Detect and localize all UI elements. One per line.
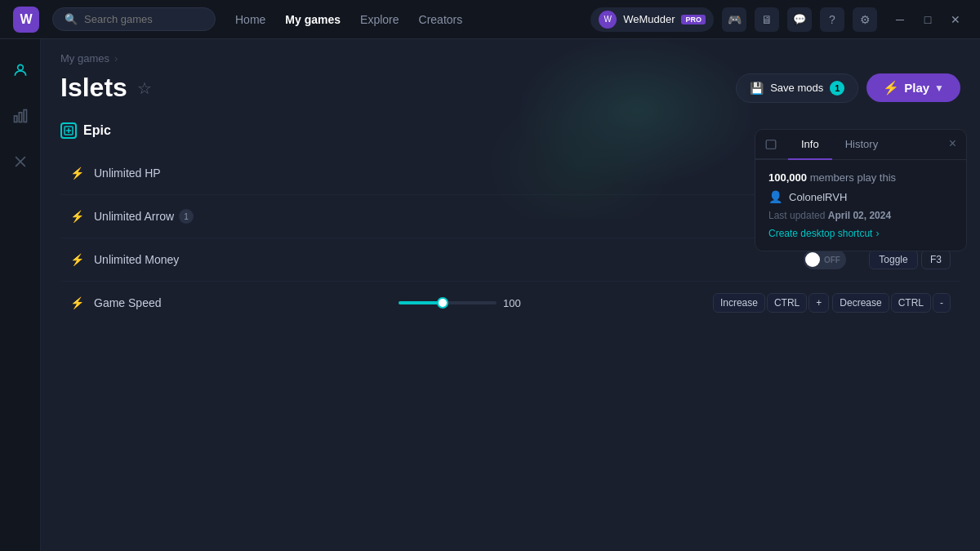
epic-icon [60, 122, 77, 139]
user-badge[interactable]: W WeMudder PRO [590, 7, 714, 32]
game-title: Islets [60, 73, 127, 103]
shortcut-label: Create desktop shortcut [768, 228, 872, 239]
breadcrumb: My games › [60, 52, 960, 64]
game-title-row: Islets ☆ 💾 Save mods 1 ⚡ Play ▼ [60, 73, 960, 103]
username-label: WeMudder [623, 13, 675, 25]
info-panel-close-button[interactable]: × [939, 130, 966, 159]
discord-icon-btn[interactable]: 💬 [787, 7, 812, 32]
maximize-button[interactable]: □ [916, 8, 939, 31]
play-chevron-icon: ▼ [934, 82, 944, 94]
svg-rect-2 [19, 113, 21, 122]
members-stat: 100,000 members play this [768, 171, 953, 184]
user-profile-icon: 👤 [768, 190, 782, 203]
save-icon: 💾 [750, 82, 764, 95]
increase-button[interactable]: Increase [713, 293, 765, 313]
play-button[interactable]: ⚡ Play ▼ [866, 73, 960, 102]
mod-row-game-speed: ⚡ Game Speed 100 Increase CTRL + [60, 282, 960, 324]
toggle-knob-money [805, 252, 820, 267]
toggle-money[interactable]: OFF [804, 250, 846, 269]
sidebar-item-crosshair[interactable] [6, 147, 35, 176]
info-panel: Info History × 100,000 members play this… [755, 129, 967, 251]
lightning-icon-speed: ⚡ [70, 296, 84, 309]
mod-name-money: Unlimited Money [94, 253, 794, 266]
slider-fill [399, 301, 443, 304]
nav-creators[interactable]: Creators [419, 13, 463, 26]
main-content: My games › Islets ☆ 💾 Save mods 1 ⚡ Play… [0, 39, 980, 551]
wemodder-icon: ⚡ [883, 80, 899, 96]
decrease-button[interactable]: Decrease [832, 293, 889, 313]
decrease-group: Decrease CTRL - [832, 293, 951, 313]
nav-home[interactable]: Home [235, 13, 265, 26]
tab-info-label[interactable]: Info [788, 130, 832, 160]
save-mods-button[interactable]: 💾 Save mods 1 [736, 73, 858, 103]
section-title: Epic [83, 123, 111, 138]
increase-symbol[interactable]: + [808, 293, 829, 313]
info-user-row: 👤 ColonelRVH [768, 190, 953, 203]
mod-badge-arrow: 1 [179, 209, 194, 224]
speed-controls: Increase CTRL + Decrease CTRL - [713, 293, 951, 313]
tab-history[interactable]: History [832, 130, 891, 159]
mod-name-speed: Game Speed [94, 296, 389, 309]
toggle-off-label-money: OFF [824, 256, 840, 264]
close-button[interactable]: ✕ [944, 8, 967, 31]
favorite-icon[interactable]: ☆ [137, 78, 152, 98]
play-label: Play [904, 81, 929, 95]
svg-rect-1 [14, 116, 16, 122]
save-mods-label: Save mods [770, 82, 823, 94]
search-bar: 🔍 [52, 7, 216, 31]
last-updated: Last updated April 02, 2024 [768, 210, 953, 221]
decrease-key[interactable]: CTRL [891, 293, 931, 313]
nav-right: W WeMudder PRO 🎮 🖥 💬 ? ⚙ ─ □ ✕ [590, 7, 967, 32]
svg-point-0 [17, 64, 23, 70]
sidebar-item-stats[interactable] [6, 101, 35, 131]
search-input[interactable] [84, 13, 203, 25]
save-count-badge: 1 [830, 81, 844, 96]
app-logo[interactable]: W [13, 7, 39, 33]
lightning-icon-arrow: ⚡ [70, 210, 84, 223]
avatar: W [599, 11, 617, 29]
svg-rect-3 [24, 110, 26, 122]
shortcut-key-money[interactable]: F3 [921, 250, 951, 269]
tab-info[interactable] [755, 130, 788, 159]
key-group-money: Toggle F3 [869, 250, 951, 269]
settings-icon-btn[interactable]: ⚙ [853, 7, 877, 32]
info-panel-content: 100,000 members play this 👤 ColonelRVH L… [755, 160, 966, 251]
slider-thumb[interactable] [437, 297, 448, 309]
info-panel-tabs: Info History × [755, 130, 966, 160]
members-count: 100,000 [768, 171, 807, 184]
lightning-icon-hp: ⚡ [70, 167, 84, 180]
breadcrumb-separator: › [114, 52, 118, 64]
minimize-button[interactable]: ─ [889, 8, 911, 31]
speed-slider-container: 100 [399, 297, 693, 309]
last-updated-label: Last updated [768, 210, 825, 221]
toggle-key-money[interactable]: Toggle [869, 250, 918, 269]
desktop-shortcut-link[interactable]: Create desktop shortcut › [768, 228, 953, 239]
lightning-icon-money: ⚡ [70, 253, 84, 266]
search-icon: 🔍 [65, 13, 78, 25]
slider-track[interactable] [399, 301, 497, 304]
mod-name-hp: Unlimited HP [94, 167, 794, 180]
decrease-symbol[interactable]: - [933, 293, 951, 313]
increase-key[interactable]: CTRL [767, 293, 807, 313]
info-username: ColonelRVH [789, 191, 847, 203]
window-controls: ─ □ ✕ [889, 8, 967, 31]
sidebar-item-user[interactable] [6, 56, 35, 85]
svg-rect-9 [766, 140, 776, 149]
mod-name-arrow: Unlimited Arrow 1 [94, 209, 794, 224]
nav-links: Home My games Explore Creators [235, 13, 462, 26]
last-updated-date: April 02, 2024 [828, 210, 891, 221]
increase-group: Increase CTRL + [713, 293, 829, 313]
pro-badge: PRO [681, 15, 706, 24]
navbar: W 🔍 Home My games Explore Creators W WeM… [0, 0, 980, 39]
breadcrumb-parent[interactable]: My games [60, 52, 109, 64]
controller-icon-btn[interactable]: 🎮 [722, 7, 746, 32]
screen-icon-btn[interactable]: 🖥 [755, 7, 779, 32]
shortcut-arrow-icon: › [875, 228, 879, 239]
help-icon-btn[interactable]: ? [820, 7, 844, 32]
nav-explore[interactable]: Explore [360, 13, 399, 26]
sidebar [0, 39, 41, 551]
game-area: My games › Islets ☆ 💾 Save mods 1 ⚡ Play… [41, 39, 980, 551]
nav-my-games[interactable]: My games [285, 13, 341, 26]
slider-value: 100 [503, 297, 528, 309]
